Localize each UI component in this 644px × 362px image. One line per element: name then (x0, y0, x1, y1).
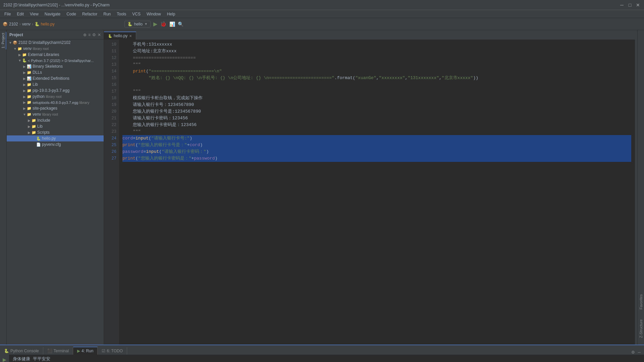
breadcrumb-root[interactable]: 📦 (3, 22, 8, 26)
tree-item-binary-skeletons[interactable]: ▶ 📊 Binary Skeletons (7, 63, 104, 69)
python-console-tab[interactable]: 🐍 Python Console (0, 347, 43, 355)
run-tab-label: 4: Run (82, 349, 93, 353)
tab-label: hello.py (114, 34, 127, 38)
line-numbers: 10 11 12 13 14 15 16 17 18 19 20 21 22 2… (104, 40, 119, 345)
minimize-panel-icon[interactable]: ─ (638, 350, 641, 355)
tree-item-site-packages[interactable]: ▶ 📁 site-packages (7, 105, 104, 111)
search-everywhere-button[interactable]: 🔍 (178, 21, 183, 27)
run-output: 身体健康 平平安安 自律 ===========================… (9, 355, 644, 362)
minimize-button[interactable]: ─ (619, 2, 625, 8)
tree-arrow: ▶ (22, 101, 27, 104)
breadcrumb: 📦 2102 › venv › 🐍 hello.py (3, 22, 55, 26)
code-content[interactable]: 手机号:131xxxxxx 公司地址:北京市xxxx =============… (119, 40, 635, 345)
menu-view[interactable]: View (27, 11, 41, 17)
favorites-tab[interactable]: Favorites (639, 294, 643, 309)
settings-icon[interactable]: ⚙ (631, 350, 635, 355)
todo-icon: ☑ (102, 349, 105, 353)
menu-help[interactable]: Help (164, 11, 178, 17)
tree-item-python-lib-root[interactable]: ▶ 📁 python library root (7, 94, 104, 100)
run-button[interactable]: ▶ (153, 21, 157, 27)
close-panel-icon[interactable]: ✕ (98, 33, 101, 37)
menu-tools[interactable]: Tools (114, 11, 129, 17)
line-num: 17 (104, 88, 116, 95)
breadcrumb-venv[interactable]: venv (22, 22, 31, 26)
cfg-icon: 📄 (36, 142, 41, 147)
menu-run[interactable]: Run (101, 11, 113, 17)
menu-window[interactable]: Window (144, 11, 164, 17)
tree-label: Lib (33, 82, 38, 87)
project-tab[interactable]: 1: Project (0, 32, 6, 49)
menubar: File Edit View Navigate Code Refactor Ru… (0, 10, 644, 18)
tree-item-root[interactable]: ▼ 📦 2102 D:\install\pycharm\2102 (7, 40, 104, 46)
line-num: 15 (104, 75, 116, 81)
breadcrumb-2102[interactable]: 2102 (9, 22, 18, 26)
settings-icon[interactable]: ⚙ (92, 33, 96, 37)
code-line-27: print("您输入的银行卡密码是："+password) (122, 155, 631, 162)
todo-tab[interactable]: ☑ 6: TODO (98, 347, 127, 355)
tree-arrow: ▶ (22, 83, 27, 86)
close-button[interactable]: ✕ (635, 2, 641, 8)
bottom-tabs: 🐍 Python Console ⬛ Terminal ▶ 4: Run ☑ 6… (0, 345, 644, 355)
folder-icon: 📁 (27, 100, 32, 105)
tree-item-hello-py[interactable]: 🐍 hello.py (7, 135, 104, 141)
tree-arrow: ▶ (22, 95, 27, 99)
tree-item-dlls[interactable]: ▶ 📁 DLLs (7, 69, 104, 75)
run-play-button[interactable]: ▶ (1, 356, 8, 362)
menu-navigate[interactable]: Navigate (42, 11, 63, 17)
tree-item-ext-libs[interactable]: ▶ 📁 External Libraries (7, 52, 104, 58)
python-console-icon: 🐍 (4, 349, 9, 353)
code-line-18: 模拟银行卡柜台取钱，完成如下操作 (122, 95, 631, 102)
run-left-bar: ▶ ■ ↺ 📌 ⚙ 🗑 ☆ (0, 355, 9, 362)
tree-item-python37[interactable]: ▼ 🐍 < Python 3.7 (2102) > D:\install\pyc… (7, 58, 104, 63)
breadcrumb-file[interactable]: 🐍 hello.py (35, 22, 55, 26)
menu-code[interactable]: Code (64, 11, 79, 17)
tree-label: venv library root (33, 112, 58, 117)
code-line-10: 手机号:131xxxxxx (122, 41, 631, 48)
folder-icon: 📁 (27, 106, 32, 111)
tree-item-venv-root[interactable]: ▼ 📁 venv library root (7, 46, 104, 52)
code-line-21: 请输入银行卡密码：123456 (122, 115, 631, 122)
tree-label: venv library root (23, 46, 49, 51)
project-tree: ▼ 📦 2102 D:\install\pycharm\2102 ▼ 📁 ven… (7, 40, 104, 345)
structure-tab[interactable]: Z-Structure (639, 319, 643, 338)
output-line-1: 身体健康 平平安安 (13, 356, 641, 362)
locate-icon[interactable]: ⊕ (83, 33, 87, 37)
terminal-tab[interactable]: ⬛ Terminal (43, 347, 73, 355)
project-panel: Project ⊕ ≡ ⚙ ✕ ▼ 📦 2102 D:\install\pych… (7, 30, 104, 345)
collapse-icon[interactable]: ≡ (88, 33, 91, 37)
run-configuration[interactable]: 🐍 hello ▼ (124, 21, 151, 27)
bottom-panel: 🐍 Python Console ⬛ Terminal ▶ 4: Run ☑ 6… (0, 345, 644, 362)
tree-item-include[interactable]: ▶ 📁 Include (7, 117, 104, 123)
folder-icon: 📁 (22, 53, 27, 57)
profile-button[interactable]: 📊 (169, 21, 175, 27)
folder-icon: 📦 (13, 41, 17, 45)
titlebar: 2102 [D:\install\pycharm\2102] - ...\ven… (0, 0, 644, 10)
line-num: 12 (104, 55, 116, 61)
tree-item-venv-nested[interactable]: ▼ 📁 venv library root (7, 111, 104, 117)
main-layout: 1: Project Project ⊕ ≡ ⚙ ✕ ▼ 📦 2102 D:\i… (0, 30, 644, 345)
tree-item-pyvenv[interactable]: 📄 pyvenv.cfg (7, 141, 104, 147)
tree-item-lib[interactable]: ▶ 📁 Lib (7, 81, 104, 87)
tab-close-button[interactable]: ✕ (129, 34, 132, 38)
tree-arrow: ▼ (22, 113, 27, 116)
folder-icon: 📁 (32, 118, 36, 123)
maximize-button[interactable]: □ (627, 2, 633, 8)
menu-vcs[interactable]: VCS (129, 11, 143, 17)
terminal-icon: ⬛ (47, 349, 52, 353)
code-line-17: """ (122, 88, 631, 95)
debug-button[interactable]: 🐞 (160, 21, 167, 27)
tree-label: DLLs (33, 70, 42, 75)
tree-item-pip[interactable]: ▶ 📁 pip-19.0.3-py3.7.egg (7, 87, 104, 94)
run-tab[interactable]: ▶ 4: Run (73, 347, 98, 355)
editor-tabs: 🐍 hello.py ✕ (104, 30, 637, 40)
tree-item-scripts[interactable]: ▶ 📁 Scripts (7, 129, 104, 135)
tree-arrow: ▼ (13, 47, 17, 51)
tree-item-ext-defs[interactable]: ▶ 📊 Extended Definitions (7, 75, 104, 81)
line-num: 10 (104, 41, 116, 48)
tree-item-lib2[interactable]: ▶ 📁 Lib (7, 123, 104, 129)
menu-refactor[interactable]: Refactor (79, 11, 100, 17)
menu-edit[interactable]: Edit (14, 11, 26, 17)
tree-item-setuptools[interactable]: ▶ 📁 setuptools-40.8.0-py3.7.egg library (7, 100, 104, 105)
editor-tab-hello[interactable]: 🐍 hello.py ✕ (104, 32, 136, 40)
menu-file[interactable]: File (2, 11, 13, 17)
